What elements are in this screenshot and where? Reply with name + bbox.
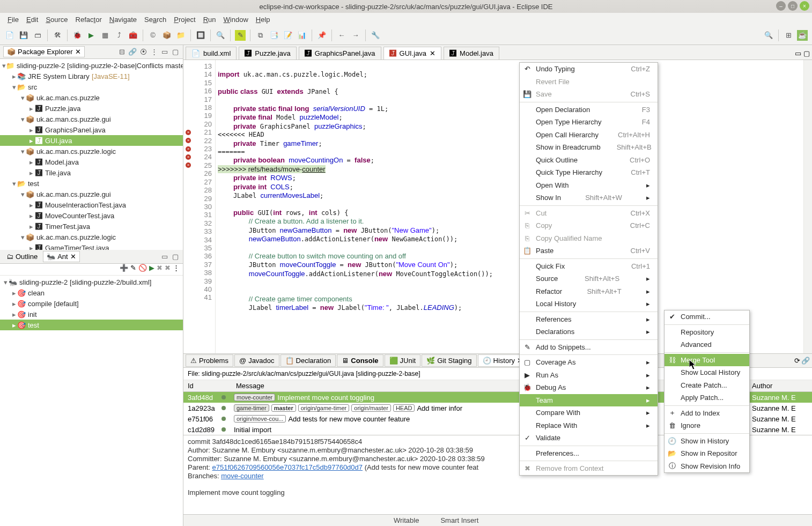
save-all-icon[interactable]: 🗃 <box>32 30 43 41</box>
editor-tab-gp[interactable]: 🅹GraphicsPanel.java <box>299 47 381 60</box>
menu-item[interactable]: Open DeclarationF3 <box>520 103 658 116</box>
menu-item[interactable]: Repository <box>665 326 749 339</box>
menu-item[interactable]: Team▸ <box>520 394 658 407</box>
menu-item[interactable]: ✓Validate <box>520 432 658 444</box>
minimize-icon[interactable]: ▭ <box>160 48 169 56</box>
tab-junit[interactable]: 🟩JUnit <box>385 354 421 367</box>
stats-icon[interactable]: 📊 <box>297 30 307 41</box>
menu-search[interactable]: Search <box>144 16 166 24</box>
outline-tab[interactable]: Outline <box>16 253 38 261</box>
tree-test[interactable]: ▾📂test <box>0 178 183 189</box>
menu-item[interactable]: ▢Coverage As▸ <box>520 356 658 369</box>
menu-edit[interactable]: Edit <box>26 16 38 24</box>
tab-gitstaging[interactable]: 🌿Git Staging <box>422 354 476 367</box>
menu-item[interactable]: 🗑Ignore <box>665 419 749 432</box>
menu-item[interactable]: Preferences... <box>520 447 658 460</box>
maximize-icon[interactable]: ▢ <box>171 253 180 261</box>
menu-item[interactable]: ✔Commit... <box>665 310 749 323</box>
branch-link[interactable]: move-counter <box>221 472 263 480</box>
forward-icon[interactable]: → <box>350 30 361 41</box>
window-minimize-button[interactable]: – <box>776 1 786 11</box>
menu-item[interactable]: Quick Type HierarchyCtrl+T <box>520 166 658 179</box>
tree-file-gt[interactable]: ▸🅹GameTimerTest.java <box>0 242 183 250</box>
menu-item[interactable]: Show InShift+Alt+W▸ <box>520 191 658 204</box>
toggle-mark-icon[interactable]: ✎ <box>235 30 246 41</box>
menu-run[interactable]: Run <box>203 16 216 24</box>
perspective-java-icon[interactable]: ☕ <box>797 30 808 41</box>
run-target-icon[interactable]: ▶ <box>149 264 154 275</box>
filter-icon[interactable]: 🔗 <box>801 357 810 365</box>
wrench-icon[interactable]: 🔧 <box>370 30 381 41</box>
tab-declaration[interactable]: 📋Declaration <box>280 354 336 367</box>
menu-item[interactable]: Create Patch... <box>665 379 749 392</box>
menu-item[interactable]: Advanced <box>665 338 749 351</box>
ant-root[interactable]: ▾🐜sliding-puzzle-2 [sliding-puzzle-2/bui… <box>0 277 183 287</box>
menu-file[interactable]: File <box>8 16 19 24</box>
menu-item[interactable]: Local History▸ <box>520 298 658 310</box>
search-icon[interactable]: 🔍 <box>215 30 226 41</box>
view-menu-icon[interactable]: ⋮ <box>173 264 180 275</box>
menu-item[interactable]: 🐞Debug As▸ <box>520 381 658 394</box>
run-last-icon[interactable]: ⤴ <box>114 30 124 41</box>
menu-item[interactable]: Open Call HierarchyCtrl+Alt+H <box>520 129 658 142</box>
toggle-bp-icon[interactable]: 📑 <box>269 30 279 41</box>
open-type-icon[interactable]: 🔲 <box>195 30 206 41</box>
parent-link[interactable]: e751f0626709560056e7037fc17c5db97760d0d7 <box>212 463 363 471</box>
overview-ruler[interactable] <box>803 60 812 353</box>
error-marker-icon[interactable]: × <box>186 154 191 160</box>
remove-icon[interactable]: ✖ <box>157 264 163 275</box>
close-icon[interactable]: ✕ <box>75 48 81 56</box>
menu-item[interactable]: ⓘShow Revision Info <box>665 460 749 473</box>
error-marker-icon[interactable]: × <box>186 130 191 135</box>
editor-tab-build[interactable]: 📄build.xml <box>186 47 237 60</box>
tree-jre[interactable]: ▸📚JRE System Library [JavaSE-11] <box>0 71 183 82</box>
editor-content[interactable]: import uk.ac.man.cs.puzzle.logic.Model; … <box>216 60 803 353</box>
editor-context-menu[interactable]: ↶Undo TypingCtrl+ZRevert File💾SaveCtrl+S… <box>519 62 658 476</box>
package-explorer-tree[interactable]: ▾📁sliding-puzzle-2 [sliding-puzzle-2-bas… <box>0 59 183 250</box>
menu-item[interactable]: SourceShift+Alt+S▸ <box>520 272 658 285</box>
menu-item[interactable]: 📋PasteCtrl+V <box>520 245 658 257</box>
menu-item[interactable]: 📂Show in Repositor <box>665 447 749 460</box>
ant-target-init[interactable]: ▸🎯init <box>0 309 183 320</box>
tree-src[interactable]: ▾📂src <box>0 82 183 92</box>
ant-tab[interactable]: Ant <box>57 253 68 261</box>
menu-item[interactable]: ＋Add to Index <box>665 407 749 420</box>
menu-item[interactable]: Apply Patch... <box>665 391 749 404</box>
menu-item[interactable]: Quick FixCtrl+1 <box>520 260 658 273</box>
tree-file-model[interactable]: ▸🅹Model.java <box>0 157 183 167</box>
menu-item[interactable]: ✎Add to Snippets... <box>520 341 658 354</box>
menu-navigate[interactable]: Navigate <box>109 16 137 24</box>
editor-tab-gui[interactable]: 🅹GUI.java ✕ <box>383 47 442 60</box>
tree-file-mouse[interactable]: ▸🅹MouseInteractionTest.java <box>0 199 183 210</box>
menu-item[interactable]: Show Local History <box>665 366 749 379</box>
tab-console[interactable]: 🖥Console <box>337 354 383 367</box>
tree-project[interactable]: ▾📁sliding-puzzle-2 [sliding-puzzle-2-bas… <box>0 60 183 71</box>
menu-item[interactable]: ↶Undo TypingCtrl+Z <box>520 63 658 76</box>
menu-project[interactable]: Project <box>174 16 195 24</box>
maximize-icon[interactable]: ▢ <box>171 48 180 56</box>
ext-tools-icon[interactable]: 🧰 <box>128 30 138 41</box>
close-icon[interactable]: ✕ <box>70 253 76 261</box>
pin-icon[interactable]: 📌 <box>316 30 327 41</box>
add-icon[interactable]: ➕ <box>120 264 128 275</box>
menu-item[interactable]: Show in BreadcrumbShift+Alt+B <box>520 141 658 154</box>
menu-refactor[interactable]: Refactor <box>76 16 102 24</box>
ant-target-clean[interactable]: ▸🎯clean <box>0 287 183 298</box>
tree-tpkg-logic[interactable]: ▾📦uk.ac.man.cs.puzzle.logic <box>0 232 183 242</box>
tree-file-puzzle[interactable]: ▸🅹Puzzle.java <box>0 103 183 114</box>
tree-file-gui-selected[interactable]: ▸🅹GUI.java <box>0 135 183 146</box>
menu-help[interactable]: Help <box>256 16 270 24</box>
menu-item[interactable]: Open Type HierarchyF4 <box>520 116 658 129</box>
menu-item[interactable]: ▶Run As▸ <box>520 369 658 382</box>
tree-pkg-gui[interactable]: ▾📦uk.ac.man.cs.puzzle.gui <box>0 114 183 124</box>
debug-icon[interactable]: 🐞 <box>72 30 83 41</box>
menu-window[interactable]: Window <box>224 16 248 24</box>
ant-target-compile[interactable]: ▸🎯compile [default] <box>0 298 183 309</box>
team-submenu[interactable]: ✔Commit...RepositoryAdvanced⛓Merge ToolS… <box>664 310 750 473</box>
minimize-icon[interactable]: ▭ <box>160 253 169 261</box>
refresh-icon[interactable]: ⟳ <box>794 357 800 365</box>
view-menu-icon[interactable]: ⋮ <box>150 48 158 56</box>
hide-icon[interactable]: 🚫 <box>138 264 147 275</box>
save-icon[interactable]: 💾 <box>18 30 29 41</box>
menu-item[interactable]: Compare With▸ <box>520 406 658 419</box>
